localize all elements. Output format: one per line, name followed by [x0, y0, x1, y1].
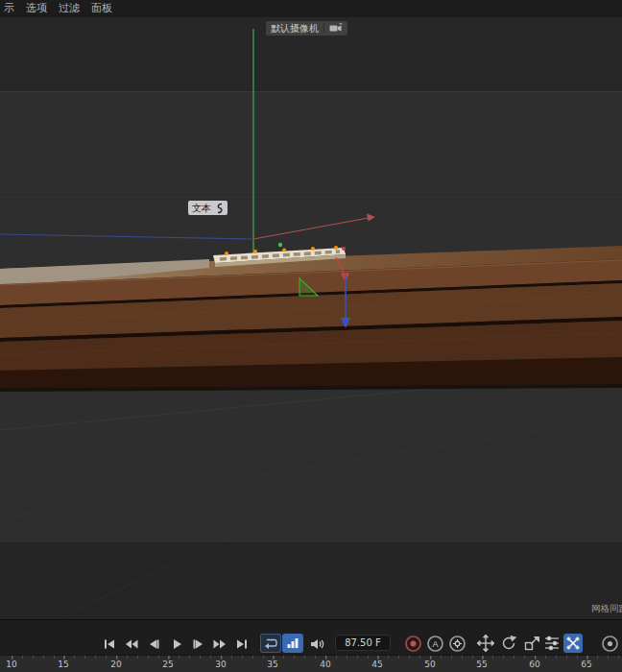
menu-item-filter[interactable]: 过滤	[59, 0, 80, 17]
ruler-label: 45	[371, 660, 382, 669]
next-key-icon	[213, 637, 227, 651]
next-frame-button[interactable]	[189, 635, 207, 653]
ruler-label: 30	[215, 660, 226, 669]
record-rotation-icon	[499, 634, 518, 653]
record-keyframe-icon	[404, 635, 422, 653]
animation-toolbar: 87.50 F A	[0, 619, 622, 655]
viewport-menu-bar: 示 选项 过滤 面板	[0, 0, 622, 17]
camera-label-chip[interactable]: 默认摄像机	[266, 21, 347, 36]
goto-end-button[interactable]	[232, 635, 251, 653]
svg-text:A: A	[432, 639, 438, 649]
record-scale-toggle[interactable]	[522, 634, 541, 653]
chip-divider	[323, 23, 324, 34]
speaker-icon	[309, 637, 324, 651]
record-parameter-toggle[interactable]	[542, 634, 562, 653]
ruler-label: 35	[267, 660, 277, 669]
autokey-toggle[interactable]: A	[426, 635, 444, 653]
prev-frame-button[interactable]	[144, 635, 162, 653]
play-button[interactable]	[167, 635, 185, 653]
goto-start-button[interactable]	[100, 635, 118, 653]
play-icon	[170, 637, 183, 651]
next-frame-icon	[192, 637, 205, 651]
prev-frame-icon	[147, 637, 160, 651]
text-spline-icon	[215, 203, 224, 214]
keyframe-ramp-toggle[interactable]	[282, 634, 303, 653]
next-key-button[interactable]	[210, 635, 228, 653]
camera-label: 默认摄像机	[271, 22, 319, 36]
viewport-3d[interactable]: 默认摄像机 文本 网格间距	[0, 17, 622, 619]
keyframe-ramp-icon	[286, 637, 299, 649]
loop-playback-icon	[263, 637, 278, 649]
goto-end-icon	[235, 637, 249, 651]
object-label: 文本	[192, 202, 211, 215]
menu-item-panel[interactable]: 面板	[91, 0, 112, 17]
grid-spacing-label: 网格间距	[591, 603, 622, 615]
loop-playback-toggle[interactable]	[260, 634, 281, 653]
scene-3d-render	[0, 17, 622, 619]
c4d-window: 示 选项 过滤 面板	[0, 0, 622, 672]
prev-key-button[interactable]	[122, 635, 140, 653]
record-position-toggle[interactable]	[476, 634, 495, 653]
sound-toggle[interactable]	[307, 635, 325, 653]
keyframe-selection-button[interactable]	[448, 635, 466, 653]
record-keyframe-button[interactable]	[404, 635, 422, 653]
record-rotation-toggle[interactable]	[499, 634, 518, 653]
menu-item-options[interactable]: 选项	[26, 0, 47, 17]
ruler-label: 60	[529, 660, 539, 669]
ruler-label: 15	[58, 660, 68, 669]
current-frame-field[interactable]: 87.50 F	[335, 635, 391, 651]
record-position-icon	[476, 634, 495, 653]
ruler-label: 65	[581, 660, 591, 669]
solo-toggle[interactable]	[601, 635, 619, 653]
autokey-icon: A	[426, 635, 444, 653]
record-scale-icon	[522, 634, 541, 653]
keyframe-selection-icon	[448, 635, 466, 653]
timeline-ruler[interactable]: 10 15 20 25 30 35 40 45 50 55 60 65	[0, 655, 622, 672]
current-frame-value: 87.50 F	[345, 637, 381, 648]
menu-item-display[interactable]: 示	[4, 0, 14, 17]
prev-key-icon	[125, 637, 138, 651]
solo-icon	[601, 635, 619, 653]
record-pla-toggle[interactable]	[563, 634, 583, 653]
ruler-label: 25	[162, 660, 173, 669]
ruler-label: 40	[320, 660, 330, 669]
ruler-label: 55	[476, 660, 487, 669]
ruler-label: 10	[6, 660, 16, 669]
record-parameter-icon	[542, 634, 562, 653]
goto-start-icon	[103, 637, 116, 651]
object-label-chip[interactable]: 文本	[188, 201, 227, 215]
camera-icon[interactable]	[329, 23, 343, 34]
record-pla-icon	[563, 634, 583, 653]
ruler-label: 50	[424, 660, 435, 669]
ruler-label: 20	[110, 660, 121, 669]
ruler-minor-ticks	[12, 656, 622, 659]
